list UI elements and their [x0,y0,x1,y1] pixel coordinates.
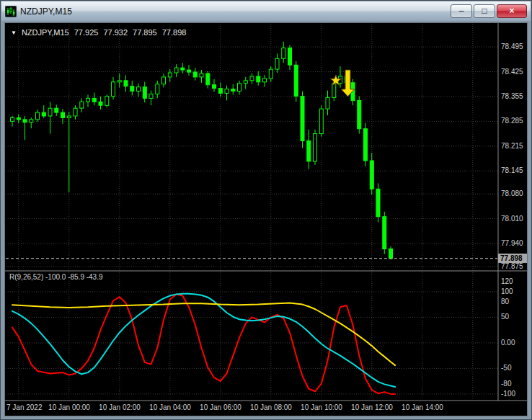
close-icon: × [509,6,514,16]
minimize-button[interactable]: – [451,4,472,18]
price-axis-label: 77.875 [501,262,523,270]
chart-icon [5,6,17,17]
chart-symbol-label: NZDJPY,M15 [22,28,69,37]
price-axis[interactable]: 78.49578.42578.35578.28578.21578.14578.0… [498,23,527,401]
indicator-line-fast-red [12,294,395,394]
ohlc-high: 77.932 [103,28,128,37]
price-axis-label: 78.495 [501,43,523,50]
indicator-axis-label: 80 [501,298,509,305]
ohlc-low: 77.895 [133,28,157,37]
chart-frame: ▼ NZDJPY,M15 77.925 77.932 77.895 77.898… [4,22,528,416]
indicator-axis-label: 50 [501,313,509,321]
time-axis-label: 10 Jan 00:00 [48,403,90,411]
indicator-axis-label: 0.00 [501,339,515,347]
time-axis-label: 10 Jan 10:00 [301,403,342,411]
price-axis-label: 78.285 [501,117,523,125]
price-axis-label: 77.940 [501,239,523,247]
indicator-axis-label: -100 [501,390,515,398]
ohlc-close: 77.898 [162,28,187,37]
chart-area: ▼ NZDJPY,M15 77.925 77.932 77.895 77.898… [5,23,527,416]
current-price-label: 77.898 [498,254,527,263]
window-title: NZDJPY,M15 [20,6,72,17]
maximize-button[interactable]: □ [474,4,495,18]
maximize-icon: □ [482,6,487,16]
ohlc-open: 77.925 [74,28,99,37]
chart-canvas[interactable] [5,23,527,416]
mt4-chart-window: NZDJPY,M15 – □ × ▼ NZDJPY,M15 77.925 77.… [0,0,532,420]
minimize-icon: – [459,6,464,16]
price-axis-label: 78.425 [501,68,523,76]
time-axis-label: 10 Jan 08:00 [250,403,292,411]
time-axis-label: 10 Jan 12:00 [351,403,393,411]
indicator-axis-label: 120 [501,277,513,285]
time-axis-label: 10 Jan 06:00 [200,403,241,411]
time-axis-label: 7 Jan 2022 [6,403,43,411]
price-axis-label: 78.080 [501,189,523,197]
price-axis-label: 78.010 [501,215,523,223]
ohlc-header: ▼ NZDJPY,M15 77.925 77.932 77.895 77.898 [11,28,186,37]
price-axis-label: 78.355 [501,92,523,100]
time-axis-label: 10 Jan 04:00 [149,403,191,411]
price-axis-label: 78.215 [501,142,523,150]
indicator-label: R(9,26,52) -100.0 -85.9 -43.9 [9,273,103,281]
time-axis[interactable]: 7 Jan 202210 Jan 00:0010 Jan 02:0010 Jan… [5,401,527,416]
indicator-axis-label: -80 [501,380,511,388]
time-axis-label: 10 Jan 14:00 [402,403,443,411]
window-controls: – □ × [451,4,527,18]
close-button[interactable]: × [497,4,527,18]
price-axis-label: 78.145 [501,166,523,174]
candles [11,42,393,260]
time-axis-label: 10 Jan 02:00 [99,403,141,411]
indicator-axis-label: 100 [501,287,513,295]
titlebar[interactable]: NZDJPY,M15 – □ × [1,1,531,21]
expander-icon[interactable]: ▼ [11,30,17,36]
indicator-axis-label: -50 [501,364,511,372]
